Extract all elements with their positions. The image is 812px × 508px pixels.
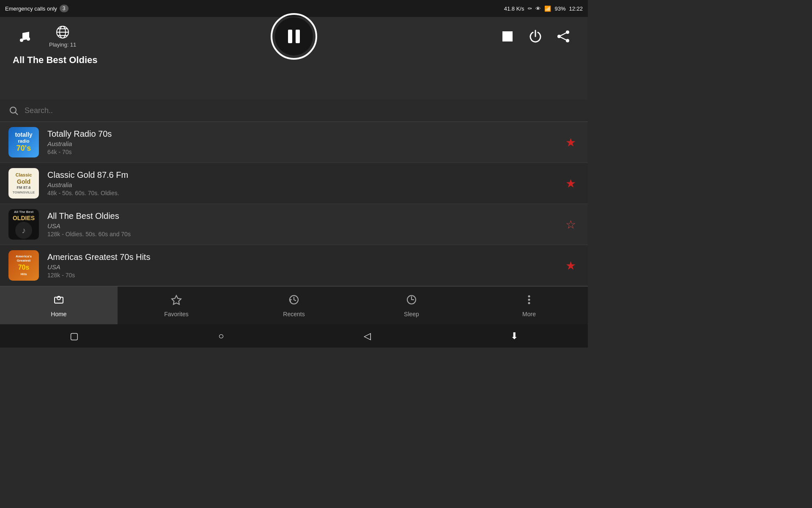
network-speed: 41.8 K/s (504, 6, 524, 12)
svg-rect-7 (502, 31, 513, 41)
station-country: Australia (47, 140, 562, 147)
favorites-icon (170, 294, 182, 309)
svg-marker-18 (172, 295, 181, 304)
pause-button[interactable] (271, 13, 317, 60)
sleep-icon (406, 294, 417, 309)
station-info: Americas Greatest 70s Hits USA 128k - 70… (47, 252, 562, 279)
sys-download-button[interactable]: ⬇ (502, 326, 527, 346)
station-name: Classic Gold 87.6 Fm (47, 170, 562, 180)
system-nav: ▢ ○ ◁ ⬇ (0, 324, 588, 348)
home-icon (53, 294, 65, 309)
bottom-nav: Home Favorites Recents Sleep More (0, 286, 588, 324)
svg-point-1 (27, 37, 30, 41)
sys-back-button[interactable]: ◁ (355, 326, 379, 346)
station-info: Classic Gold 87.6 Fm Australia 48k - 50s… (47, 170, 562, 196)
eye-icon: 👁 (535, 6, 541, 12)
wifi-icon: 📶 (544, 6, 551, 12)
svg-point-0 (20, 39, 23, 42)
svg-point-24 (528, 298, 530, 301)
player-controls-row: Playing: 11 (0, 20, 588, 52)
playing-label: Playing: 11 (49, 41, 76, 48)
emergency-text: Emergency calls only (5, 6, 57, 12)
player-right-icons (500, 29, 571, 44)
favorites-label: Favorites (164, 311, 189, 318)
station-item[interactable]: Classic Gold FM 87.6 TOWNSVILLE Classic … (0, 163, 588, 204)
recents-icon (288, 294, 300, 309)
sys-square-button[interactable]: ▢ (61, 326, 87, 346)
more-icon (523, 294, 535, 309)
station-item[interactable]: All The Best OLDIES ♪ All The Best Oldie… (0, 204, 588, 245)
home-label: Home (51, 311, 66, 318)
search-input[interactable] (25, 106, 579, 115)
station-name: Totally Radio 70s (47, 129, 562, 139)
station-info: All The Best Oldies USA 128k - Oldies. 5… (47, 211, 562, 237)
svg-point-25 (528, 302, 530, 304)
station-country: Australia (47, 181, 562, 188)
music-icon-button[interactable] (17, 29, 32, 44)
svg-point-23 (528, 295, 530, 297)
search-bar (0, 99, 588, 122)
station-meta: 64k - 70s (47, 149, 562, 155)
bluetooth-icon: ⚰ (527, 6, 532, 12)
status-bar-left: Emergency calls only 3 (5, 5, 69, 12)
favorite-star-filled[interactable]: ★ (562, 255, 579, 276)
nav-item-more[interactable]: More (470, 287, 588, 324)
nav-item-recents[interactable]: Recents (235, 287, 353, 324)
status-bar-right: 41.8 K/s ⚰ 👁 📶 93% 12:22 (504, 6, 583, 12)
nav-item-favorites[interactable]: Favorites (118, 287, 235, 324)
player-left-icons: Playing: 11 (17, 25, 76, 48)
station-country: USA (47, 222, 562, 229)
more-label: More (522, 311, 536, 318)
station-logo: Classic Gold FM 87.6 TOWNSVILLE (8, 168, 39, 199)
station-meta: 128k - 70s (47, 272, 562, 279)
station-meta: 128k - Oldies. 50s. 60s and 70s (47, 231, 562, 237)
station-logo: America's Greatest 70s Hits (8, 250, 39, 281)
favorite-star-filled[interactable]: ★ (562, 132, 579, 153)
sys-home-button[interactable]: ○ (210, 326, 232, 346)
station-country: USA (47, 263, 562, 271)
favorite-star-filled[interactable]: ★ (562, 173, 579, 194)
pause-button-container[interactable] (271, 13, 317, 60)
power-button[interactable] (528, 29, 543, 44)
svg-line-13 (559, 36, 568, 41)
station-meta: 48k - 50s. 60s. 70s. Oldies. (47, 190, 562, 196)
svg-line-15 (16, 113, 18, 115)
current-station-title: All The Best Oldies (0, 55, 98, 66)
time-display: 12:22 (569, 6, 583, 12)
nav-item-sleep[interactable]: Sleep (353, 287, 470, 324)
station-item[interactable]: America's Greatest 70s Hits Americas Gre… (0, 245, 588, 286)
station-name: Americas Greatest 70s Hits (47, 252, 562, 262)
globe-icon-button[interactable] (55, 25, 70, 40)
station-info: Totally Radio 70s Australia 64k - 70s (47, 129, 562, 155)
search-icon (8, 105, 19, 116)
nav-item-home[interactable]: Home (0, 287, 118, 324)
recents-label: Recents (283, 311, 304, 318)
share-button[interactable] (556, 29, 571, 44)
player-header: Playing: 11 (0, 17, 588, 99)
sleep-label: Sleep (404, 311, 419, 318)
station-list: totally radio 70's Totally Radio 70s Aus… (0, 122, 588, 286)
favorite-star-empty[interactable]: ☆ (562, 214, 579, 235)
pause-icon (288, 30, 300, 43)
station-logo: totally radio 70's (8, 127, 39, 157)
emergency-badge: 3 (60, 5, 69, 12)
svg-line-12 (559, 32, 568, 36)
station-item[interactable]: totally radio 70's Totally Radio 70s Aus… (0, 122, 588, 163)
station-name: All The Best Oldies (47, 211, 562, 221)
battery-text: 93% (554, 6, 565, 12)
stop-button[interactable] (500, 29, 515, 44)
svg-point-14 (10, 107, 16, 113)
station-logo: All The Best OLDIES ♪ (8, 209, 39, 240)
